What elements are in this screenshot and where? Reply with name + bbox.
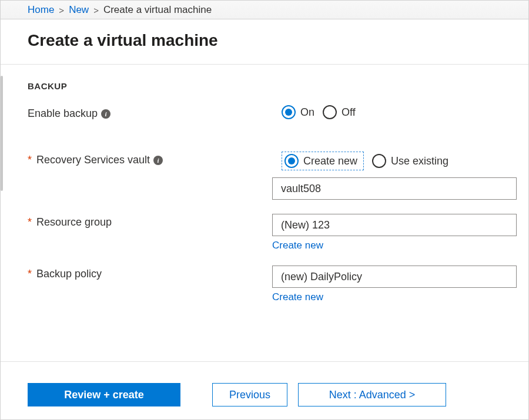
row-vault-name: [28, 177, 517, 200]
required-indicator: *: [28, 216, 32, 229]
page-header: Create a virtual machine: [1, 19, 528, 65]
breadcrumb-current: Create a virtual machine: [103, 4, 212, 16]
label-text: Enable backup: [28, 107, 98, 120]
label-backup-policy: * Backup policy: [28, 266, 272, 280]
label-resource-group: * Resource group: [28, 214, 272, 229]
radio-group-recovery-vault: Create new Use existing: [282, 152, 517, 170]
chevron-right-icon: >: [93, 5, 99, 15]
radio-label: Use existing: [391, 155, 448, 167]
radio-recovery-create-new[interactable]: Create new: [282, 152, 364, 170]
label-text: Resource group: [36, 216, 112, 229]
radio-enable-backup-off[interactable]: Off: [323, 105, 356, 119]
review-create-button[interactable]: Review + create: [28, 383, 180, 406]
chevron-right-icon: >: [59, 5, 64, 15]
vault-name-input[interactable]: [272, 177, 517, 200]
radio-label: Off: [341, 106, 356, 119]
row-resource-group: * Resource group Create new: [28, 214, 517, 251]
row-backup-policy: * Backup policy Create new: [28, 266, 517, 303]
breadcrumb-new[interactable]: New: [69, 4, 89, 16]
footer-actions: Review + create Previous Next : Advanced…: [1, 361, 528, 419]
radio-label: On: [300, 106, 314, 119]
radio-icon: [323, 105, 337, 119]
backup-policy-create-new-link[interactable]: Create new: [272, 291, 323, 303]
info-icon[interactable]: i: [101, 109, 111, 119]
radio-icon: [284, 154, 299, 168]
breadcrumb-bar: Home > New > Create a virtual machine: [1, 1, 528, 19]
resource-group-input[interactable]: [272, 214, 517, 236]
breadcrumb-home[interactable]: Home: [28, 4, 54, 16]
row-recovery-vault: * Recovery Services vault i Create new U…: [28, 152, 517, 170]
page-title: Create a virtual machine: [28, 31, 517, 50]
form-content: BACKUP Enable backup i On Off * Recovery…: [1, 65, 528, 329]
radio-icon: [372, 154, 386, 168]
label-enable-backup: Enable backup i: [28, 105, 282, 120]
radio-group-enable-backup: On Off: [282, 105, 517, 119]
radio-enable-backup-on[interactable]: On: [282, 105, 314, 119]
radio-recovery-use-existing[interactable]: Use existing: [372, 154, 448, 168]
required-indicator: *: [28, 268, 32, 280]
label-text: Recovery Services vault: [36, 154, 150, 166]
info-icon[interactable]: i: [153, 156, 163, 165]
next-advanced-button[interactable]: Next : Advanced >: [298, 383, 446, 406]
backup-policy-input[interactable]: [272, 266, 517, 288]
breadcrumb: Home > New > Create a virtual machine: [28, 4, 517, 16]
previous-button[interactable]: Previous: [212, 383, 287, 406]
required-indicator: *: [28, 154, 32, 166]
radio-label: Create new: [303, 155, 357, 167]
resource-group-create-new-link[interactable]: Create new: [272, 240, 323, 251]
section-title-backup: BACKUP: [28, 81, 517, 91]
radio-icon: [282, 105, 296, 119]
row-enable-backup: Enable backup i On Off: [28, 105, 517, 120]
label-recovery-vault: * Recovery Services vault i: [28, 152, 282, 166]
label-text: Backup policy: [36, 268, 102, 280]
